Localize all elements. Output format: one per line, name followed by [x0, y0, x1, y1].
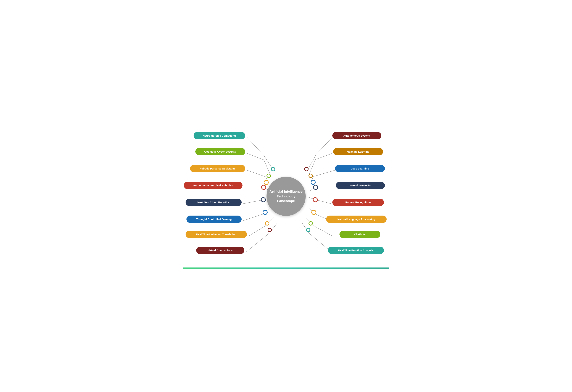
svg-line-0	[247, 137, 264, 156]
node-emotion: Real Time Emotion Analysis	[328, 247, 384, 254]
svg-line-12	[249, 226, 266, 236]
connector-amber-right	[308, 173, 313, 178]
svg-line-2	[247, 153, 264, 160]
svg-line-3	[264, 160, 270, 174]
node-ml: Machine Learning	[333, 148, 383, 155]
connector-blue-left	[263, 210, 268, 215]
diagram: Neuromorphic Computing Cognitive Cyber S…	[183, 127, 389, 266]
node-chatbots: Chatbots	[339, 231, 380, 238]
node-pattern: Pattern Recognition	[332, 199, 384, 206]
connector-orange2-left	[265, 221, 269, 225]
connector-darkred-right	[304, 167, 308, 171]
node-translation: Real Time Universal Translation	[186, 231, 247, 238]
svg-line-16	[316, 137, 332, 155]
connector-darkblue-left	[261, 197, 266, 202]
svg-line-14	[246, 233, 270, 252]
svg-line-8	[242, 200, 263, 204]
connector-darkred-left	[268, 228, 272, 232]
node-virtual: Virtual Companions	[196, 247, 244, 254]
svg-line-18	[316, 153, 332, 159]
svg-line-20	[314, 170, 335, 176]
node-nlp: Natural Language Processing	[326, 216, 387, 223]
connector-green-left	[267, 173, 271, 178]
connector-orange-left	[264, 180, 269, 185]
center-text: Artificial Intelligence Technology Lands…	[270, 189, 303, 204]
node-gaming: Thought Controlled Gaming	[187, 216, 242, 223]
node-surgical: Autonomous Surgical Robotics	[184, 182, 242, 189]
connector-teal-right	[306, 228, 310, 232]
connector-blue-right	[311, 180, 316, 185]
node-robotic-pa: Robotic Personal Assistants	[190, 165, 245, 172]
svg-line-28	[315, 226, 332, 236]
connector-darkblue-right	[313, 185, 318, 190]
connector-green-right	[308, 221, 313, 225]
svg-line-10	[242, 214, 264, 221]
svg-line-19	[309, 159, 316, 174]
bottom-bar	[183, 267, 389, 268]
node-cognitive: Cognitive Cyber Security	[195, 148, 245, 155]
node-neural: Neural Networks	[336, 182, 385, 189]
connector-red-right	[313, 197, 318, 202]
node-deep: Deep Learning	[335, 165, 385, 172]
node-autonomous: Autonomous System	[332, 132, 381, 139]
page-wrapper: Neuromorphic Computing Cognitive Cyber S…	[179, 120, 393, 272]
center-circle: Artificial Intelligence Technology Lands…	[267, 177, 306, 216]
connector-orange-right	[311, 210, 316, 215]
node-neuromorphic: Neuromorphic Computing	[193, 132, 245, 139]
connector-teal-top	[271, 167, 275, 171]
connector-red-left	[261, 185, 266, 190]
node-cloud-robotics: Next Gen Cloud Robotics	[186, 199, 242, 206]
svg-line-4	[247, 170, 266, 177]
